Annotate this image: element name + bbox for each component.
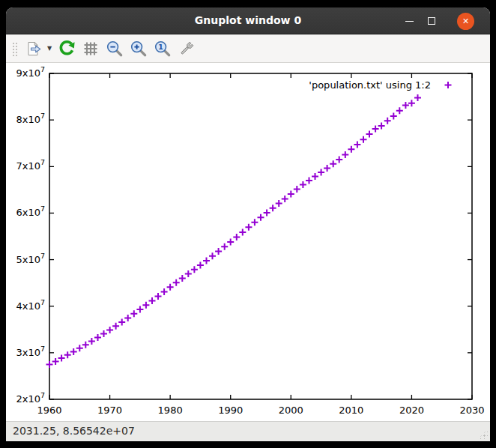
zoom-in-icon: [130, 40, 148, 58]
cursor-coordinates: 2031.25, 8.56542e+07: [13, 425, 135, 437]
maximize-icon: [428, 17, 435, 25]
title-bar[interactable]: Gnuplot window 0 ✕: [6, 7, 490, 34]
replot-icon: [58, 40, 76, 58]
y-tick-label: 8x107: [16, 112, 45, 125]
zoom-out-button[interactable]: [103, 37, 126, 60]
x-tick-label: 1970: [97, 405, 122, 416]
close-icon: ✕: [462, 17, 469, 25]
y-tick-label: 2x107: [16, 391, 45, 405]
y-tick-label: 6x107: [16, 205, 45, 218]
x-tick-label: 1960: [37, 405, 61, 416]
y-tick-label: 7x107: [16, 158, 45, 172]
settings-button[interactable]: [175, 37, 198, 60]
export-button[interactable]: [22, 37, 45, 60]
minimize-button[interactable]: [398, 7, 420, 34]
zoom-out-icon: [106, 40, 124, 58]
toolbar: ▼: [6, 34, 490, 63]
x-tick-label: 2020: [399, 405, 424, 416]
wrench-icon: [178, 40, 196, 58]
zoom-in-button[interactable]: [127, 37, 150, 60]
status-bar: 2031.25, 8.56542e+07: [6, 421, 490, 441]
x-tick-label: 2000: [279, 405, 303, 416]
x-tick-label: 2010: [339, 405, 363, 416]
resize-grip-icon[interactable]: [478, 429, 488, 439]
maximize-button[interactable]: [420, 7, 443, 34]
x-tick-label: 1990: [218, 405, 243, 416]
toolbar-drag-handle[interactable]: [12, 41, 17, 56]
replot-button[interactable]: [55, 37, 78, 60]
minimize-icon: [405, 21, 414, 22]
y-tick-label: 4x107: [16, 298, 45, 312]
dropdown-arrow-icon: ▼: [47, 45, 52, 52]
y-tick-label: 3x107: [16, 345, 45, 358]
legend-label: 'population.txt' using 1:2: [309, 79, 431, 91]
restore-zoom-button[interactable]: 1: [151, 37, 174, 60]
grid-icon: [82, 40, 100, 58]
export-icon: [25, 40, 43, 58]
legend-sample-marker: [445, 82, 452, 88]
plot-svg: 196019701980199020002010202020302x1073x1…: [6, 63, 490, 421]
svg-text:1: 1: [158, 43, 163, 51]
y-tick-label: 9x107: [16, 65, 45, 79]
export-menu-button[interactable]: ▼: [46, 37, 53, 60]
x-tick-label: 2030: [459, 405, 484, 416]
plot-canvas[interactable]: 196019701980199020002010202020302x1073x1…: [6, 63, 490, 421]
x-tick-label: 1980: [158, 405, 183, 416]
grid-button[interactable]: [79, 37, 102, 60]
data-points: [46, 94, 422, 368]
close-button[interactable]: ✕: [457, 13, 474, 30]
window-controls: ✕: [398, 7, 474, 34]
zoom-reset-icon: 1: [154, 40, 172, 58]
desktop-background: { "window": { "title": "Gnuplot window 0…: [0, 0, 496, 448]
gnuplot-window: Gnuplot window 0 ✕ ▼: [6, 7, 490, 441]
y-tick-label: 5x107: [16, 252, 45, 265]
plot-frame: [49, 73, 472, 399]
